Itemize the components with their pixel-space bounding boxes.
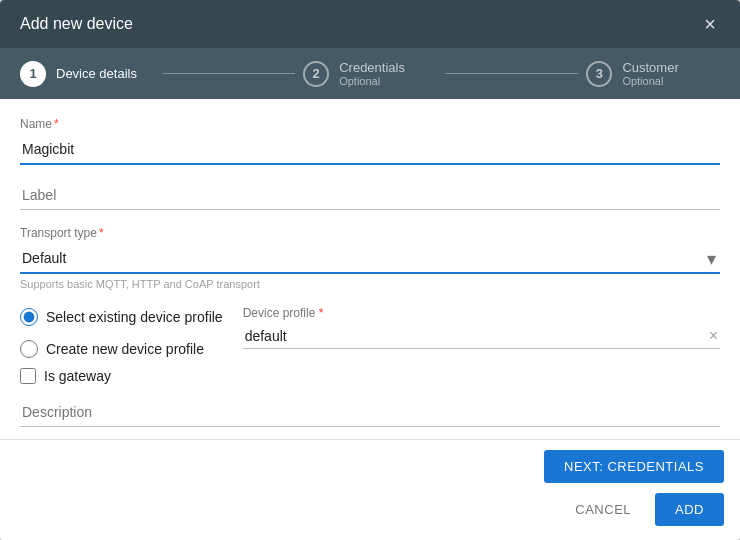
footer2-right: Cancel Add (559, 493, 724, 526)
dialog-footer: Next: Credentials (0, 439, 740, 493)
step-1: 1 Device details (20, 61, 154, 87)
is-gateway-item: Is gateway (20, 368, 720, 384)
step-2-sublabel: Optional (339, 75, 405, 87)
step-2-circle: 2 (303, 61, 329, 87)
transport-type-select[interactable]: Default MQTT CoAP HTTP (20, 244, 720, 274)
device-profile-radio-group: Select existing device profile Create ne… (20, 306, 223, 358)
dialog-title: Add new device (20, 15, 133, 33)
transport-helper-text: Supports basic MQTT, HTTP and CoAP trans… (20, 278, 720, 290)
device-profile-input[interactable] (245, 328, 705, 344)
close-button[interactable]: × (700, 14, 720, 34)
step-2-text: Credentials Optional (339, 60, 405, 87)
step-1-circle: 1 (20, 61, 46, 87)
label-input[interactable] (20, 181, 720, 210)
step-3-text: Customer Optional (622, 60, 678, 87)
name-input[interactable] (20, 135, 720, 165)
cancel-button[interactable]: Cancel (559, 493, 647, 526)
radio-select-existing[interactable]: Select existing device profile (20, 308, 223, 326)
add-button[interactable]: Add (655, 493, 724, 526)
dialog-footer-2: Cancel Add (0, 493, 740, 540)
step-2-label: Credentials (339, 60, 405, 75)
description-field-group (20, 398, 720, 427)
next-credentials-button[interactable]: Next: Credentials (544, 450, 724, 483)
description-input[interactable] (20, 398, 720, 427)
transport-required-star: * (99, 226, 104, 240)
stepper: 1 Device details 2 Credentials Optional … (0, 48, 740, 99)
device-profile-clear-button[interactable]: × (709, 328, 718, 344)
transport-type-field-group: Transport type * Default MQTT CoAP HTTP … (20, 226, 720, 290)
device-profile-required-star: * (319, 306, 324, 320)
step-3: 3 Customer Optional (586, 60, 720, 87)
device-profile-input-area: Device profile * × (243, 306, 720, 349)
step-1-text: Device details (56, 66, 137, 81)
dialog-header: Add new device × (0, 0, 740, 48)
step-2: 2 Credentials Optional (303, 60, 437, 87)
step-3-label: Customer (622, 60, 678, 75)
step-line-1 (162, 73, 296, 74)
transport-type-select-container: Default MQTT CoAP HTTP ▾ (20, 244, 720, 274)
step-line-2 (445, 73, 579, 74)
radio-create-new[interactable]: Create new device profile (20, 340, 223, 358)
name-field-group: Name * (20, 117, 720, 165)
transport-type-label: Transport type * (20, 226, 720, 240)
name-required-star: * (54, 117, 59, 131)
device-profile-section: Select existing device profile Create ne… (20, 306, 720, 358)
device-profile-field-label: Device profile * (243, 306, 720, 320)
name-label: Name * (20, 117, 720, 131)
step-3-sublabel: Optional (622, 75, 678, 87)
radio-select-existing-input[interactable] (20, 308, 38, 326)
is-gateway-checkbox[interactable] (20, 368, 36, 384)
is-gateway-label: Is gateway (44, 368, 111, 384)
radio-create-new-label: Create new device profile (46, 341, 204, 357)
radio-select-existing-label: Select existing device profile (46, 309, 223, 325)
add-new-device-dialog: Add new device × 1 Device details 2 Cred… (0, 0, 740, 540)
step-1-label: Device details (56, 66, 137, 81)
device-profile-input-wrap: × (243, 324, 720, 349)
step-3-circle: 3 (586, 61, 612, 87)
radio-create-new-input[interactable] (20, 340, 38, 358)
dialog-body: Name * Transport type * Default MQTT CoA… (0, 99, 740, 439)
footer-right: Next: Credentials (544, 450, 724, 483)
label-field-group (20, 181, 720, 210)
